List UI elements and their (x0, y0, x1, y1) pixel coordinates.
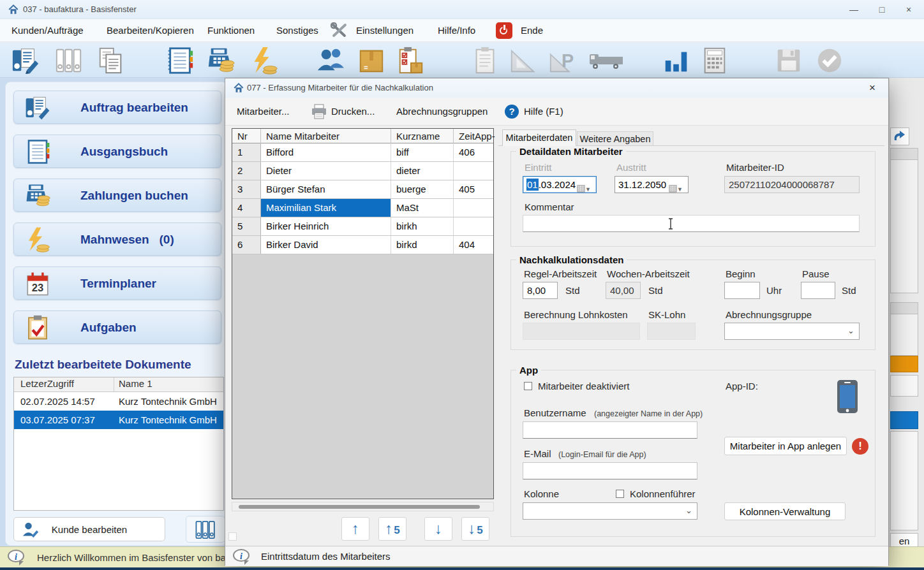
scrollbar-thumb[interactable] (239, 505, 480, 509)
employee-row-selected[interactable]: 4 Maximilian Stark MaSt (232, 199, 493, 217)
mitarbeiter-deaktiviert-checkbox[interactable] (524, 382, 532, 390)
kommentar-input[interactable] (523, 215, 860, 232)
svg-text:23: 23 (32, 282, 43, 294)
package-icon[interactable] (356, 46, 387, 75)
dialog-close-button[interactable]: × (864, 81, 881, 95)
recent-documents-title: Zuletzt bearbeitete Dokumente (15, 358, 191, 372)
calendar-dropdown-icon[interactable]: ▼ (577, 180, 593, 189)
minimize-button[interactable]: — (841, 3, 867, 17)
menu-sonstiges[interactable]: Sonstiges (274, 19, 321, 42)
email-input[interactable] (523, 462, 697, 479)
calculator-icon[interactable] (699, 46, 730, 75)
column-header[interactable]: Name 1 (119, 378, 153, 389)
menu-ende[interactable]: Ende (518, 19, 546, 42)
wochen-arbeitszeit-input[interactable] (606, 282, 641, 299)
kolonnenfuehrer-label: Kolonnenführer (630, 488, 696, 499)
regel-arbeitszeit-input[interactable] (523, 282, 558, 299)
mahnwesen-count-badge: (0) (160, 233, 174, 246)
edit-order-icon[interactable] (10, 46, 41, 75)
pause-label: Pause (802, 268, 830, 279)
beginn-input[interactable] (724, 282, 760, 299)
tab-mitarbeiterdaten[interactable]: Mitarbeiterdaten (502, 129, 576, 146)
benutzername-hint: (angezeigter Name in der App) (594, 409, 703, 418)
sidebar-item-mahnwesen[interactable]: Mahnwesen (0) (13, 223, 221, 256)
regel-unit-label: Std (565, 285, 580, 296)
sidebar-item-terminplaner[interactable]: 23 Terminplaner (13, 267, 221, 300)
menu-bearbeiten-kopieren[interactable]: Bearbeiten/Kopieren (104, 19, 197, 42)
benutzername-label: Benutzername (524, 407, 586, 418)
copy-documents-icon[interactable] (96, 46, 126, 75)
svg-text:P: P (562, 50, 574, 71)
employee-row[interactable]: 1 Bifford biff 406 (232, 143, 493, 162)
cash-register-icon[interactable] (205, 46, 236, 75)
move-up-button[interactable]: ↑ (341, 517, 369, 541)
sidebar-item-ausgangsbuch[interactable]: Ausgangsbuch (13, 135, 221, 168)
horizontal-scrollbar[interactable] (232, 502, 494, 511)
kommentar-label: Kommentar (525, 201, 574, 212)
column-header-name[interactable]: Name Mitarbeiter (261, 129, 391, 143)
sidebar-item-zahlungen-buchen[interactable]: Zahlungen buchen (13, 179, 221, 212)
recent-row-selected[interactable]: 03.07.2025 07:37 Kurz Tontechnik GmbH (14, 411, 223, 429)
menu-einstellungen[interactable]: Einstellungen (354, 19, 416, 42)
tab-weitere-angaben[interactable]: Weitere Angaben (577, 131, 653, 146)
kolonne-dropdown[interactable]: ⌄ (523, 502, 697, 520)
employee-table-header: Nr Name Mitarbeiter Kurzname ZeitApp- (232, 129, 493, 143)
save-icon (773, 46, 804, 75)
binders-icon[interactable] (54, 46, 84, 75)
detaildaten-groupbox: Detaildaten Mitarbeiter Eintritt 01.03.2… (510, 151, 876, 247)
employee-row[interactable]: 3 Bürger Stefan buerge 405 (232, 180, 493, 199)
eintritt-date-input[interactable]: 01.03.2024 ▼ (523, 176, 597, 193)
menu-drucken[interactable]: Drucken... (331, 98, 375, 126)
austritt-date-input[interactable]: 31.12.2050 ▼ (615, 176, 689, 193)
groupbox-legend: Detaildaten Mitarbeiter (516, 146, 626, 157)
menu-mitarbeiter[interactable]: Mitarbeiter... (237, 98, 290, 126)
mitarbeiter-in-app-anlegen-button[interactable]: Mitarbeiter in App anlegen (724, 437, 847, 455)
statistics-icon[interactable] (661, 46, 692, 75)
sidebar-item-auftrag-bearbeiten[interactable]: Auftrag bearbeiten (13, 91, 221, 124)
sidebar-item-label: Zahlungen buchen (80, 179, 188, 212)
kolonnenfuehrer-checkbox[interactable] (616, 490, 624, 498)
berechnung-lohnkosten-field (523, 323, 640, 340)
column-header-zeitapp[interactable]: ZeitApp- (454, 129, 493, 143)
menu-hilfe-f1[interactable]: Hilfe (F1) (524, 98, 563, 126)
move-down-5-button[interactable]: ↓5 (461, 517, 489, 541)
column-header[interactable]: LetzerZugriff (20, 378, 74, 389)
column-header-nr[interactable]: Nr (232, 129, 261, 143)
menu-funktionen[interactable]: Funktionen (205, 19, 257, 42)
move-up-5-button[interactable]: ↑5 (378, 517, 406, 541)
menu-abrechnungsgruppen[interactable]: Abrechnungsgruppen (396, 98, 488, 126)
close-button[interactable]: × (896, 3, 921, 17)
calendar-dropdown-icon[interactable]: ▼ (669, 180, 685, 189)
dialog-menubar: Mitarbeiter... Drucken... Abrechnungsgru… (225, 98, 888, 126)
dunning-icon[interactable] (249, 46, 279, 75)
kunde-bearbeiten-button[interactable]: Kunde bearbeiten (13, 517, 165, 541)
archive-button[interactable] (186, 516, 225, 543)
text-cursor (667, 218, 674, 230)
ledger-icon[interactable] (165, 46, 195, 75)
power-icon (496, 22, 512, 39)
bottom-left-checkbox[interactable] (228, 532, 237, 541)
menu-hilfe-info[interactable]: Hilfe/Info (435, 19, 478, 42)
employee-row[interactable]: 5 Birker Heinrich birkh (232, 217, 493, 236)
undo-button[interactable] (890, 128, 909, 145)
pause-input[interactable] (801, 282, 835, 299)
column-header-kurzname[interactable]: Kurzname (391, 129, 454, 143)
dialog-statusbar: i Eintrittsdatum des Mitarbeiters (225, 546, 888, 566)
maximize-button[interactable]: □ (869, 3, 895, 17)
tools-icon (331, 22, 348, 39)
move-down-button[interactable]: ↓ (424, 517, 452, 541)
benutzername-input[interactable] (523, 421, 697, 439)
app-groupbox: App Mitarbeiter deaktiviert App-ID: Benu… (510, 370, 876, 537)
recent-row[interactable]: 02.07.2025 14:57 Kurz Tontechnik GmbH (14, 392, 223, 411)
customers-icon[interactable] (315, 46, 346, 75)
picking-list-icon[interactable] (396, 46, 426, 75)
employee-row[interactable]: 6 Birker David birkd 404 (232, 236, 493, 254)
kolonnen-verwaltung-button[interactable]: Kolonnen-Verwaltung (724, 502, 846, 520)
sidebar-panel: Auftrag bearbeiten Ausgangsbuch Zahlunge… (5, 82, 227, 546)
nachkalkulation-groupbox: Nachkalkulationsdaten Regel-Arbeitszeit … (510, 259, 876, 350)
sidebar-item-aufgaben[interactable]: Aufgaben (13, 311, 221, 344)
abrechnungsgruppe-dropdown[interactable]: ⌄ (724, 323, 860, 340)
menu-kunden-auftraege[interactable]: Kunden/Aufträge (9, 19, 86, 42)
info-icon: i (233, 549, 252, 564)
employee-row[interactable]: 2 Dieter dieter (232, 162, 493, 180)
